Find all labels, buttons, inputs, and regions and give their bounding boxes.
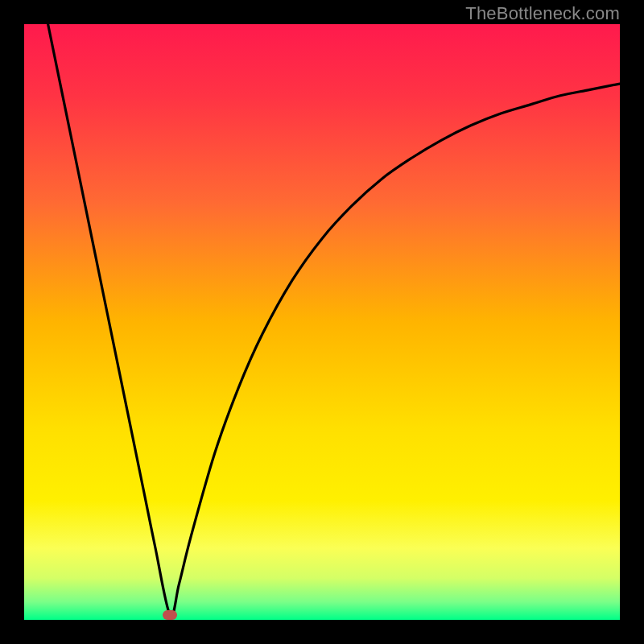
bottleneck-curve xyxy=(24,24,620,620)
watermark-text: TheBottleneck.com xyxy=(465,3,620,24)
chart-frame: TheBottleneck.com xyxy=(0,0,644,644)
optimal-point-marker xyxy=(163,610,177,620)
plot-area xyxy=(24,24,620,620)
